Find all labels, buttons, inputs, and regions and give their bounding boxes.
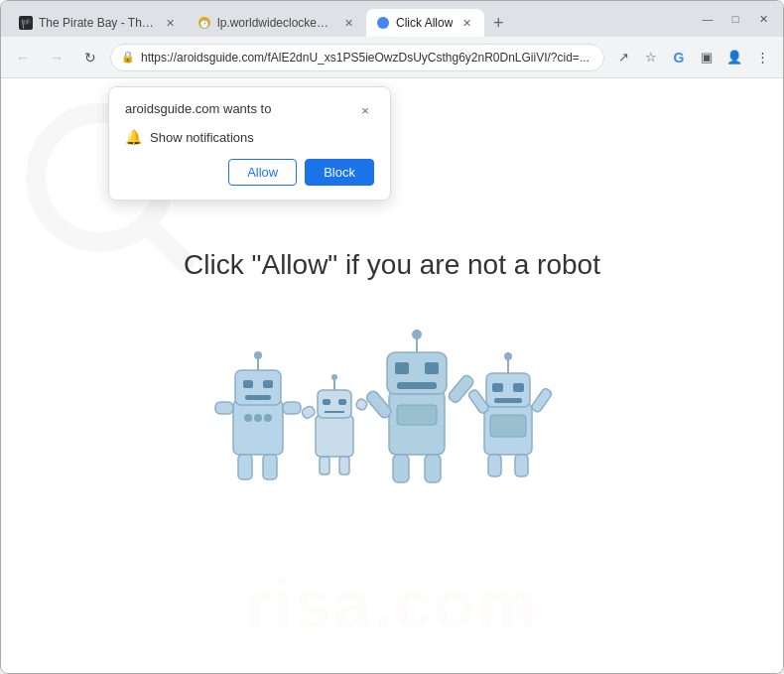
- svg-rect-12: [263, 380, 273, 388]
- tab-favicon-lp: 🕐: [197, 16, 211, 30]
- tab-close-piratebay[interactable]: ✕: [162, 15, 178, 31]
- notification-text: Show notifications: [150, 130, 254, 145]
- maximize-icon: □: [732, 13, 739, 25]
- svg-rect-26: [338, 399, 346, 405]
- back-button[interactable]: ←: [9, 44, 37, 71]
- svg-rect-21: [316, 415, 353, 457]
- svg-rect-31: [355, 397, 369, 411]
- lock-icon: 🔒: [121, 51, 135, 64]
- tab-click-allow[interactable]: Click Allow ✕: [366, 9, 484, 37]
- tabs-area: 🏴 The Pirate Bay - The gal... ✕ 🕐 lp.wor…: [9, 1, 688, 37]
- back-icon: ←: [16, 50, 30, 66]
- svg-rect-30: [301, 404, 316, 419]
- svg-rect-50: [494, 398, 522, 403]
- content-area: risa.com Click "Allow" if you are not a …: [1, 78, 783, 673]
- address-actions: ↗ ☆ G ▣ 👤 ⋮: [610, 45, 775, 70]
- tab-lp[interactable]: 🕐 lp.worldwideclockextens... ✕: [188, 9, 366, 37]
- new-tab-button[interactable]: +: [484, 9, 512, 37]
- svg-rect-37: [425, 362, 439, 374]
- svg-text:🕐: 🕐: [199, 19, 209, 29]
- svg-point-4: [377, 17, 389, 29]
- close-icon: ✕: [759, 13, 768, 26]
- svg-text:🏴: 🏴: [21, 18, 33, 30]
- svg-rect-49: [513, 383, 524, 392]
- menu-button[interactable]: ⋮: [749, 45, 775, 70]
- svg-rect-19: [215, 402, 233, 414]
- allow-button[interactable]: Allow: [228, 159, 297, 186]
- forward-icon: →: [50, 50, 64, 66]
- close-button[interactable]: ✕: [751, 7, 775, 31]
- profile-icon: 👤: [726, 50, 742, 65]
- svg-point-14: [244, 414, 252, 422]
- profile-button[interactable]: 👤: [721, 45, 747, 70]
- svg-rect-48: [492, 383, 503, 392]
- main-text: Click "Allow" if you are not a robot: [184, 249, 600, 281]
- svg-rect-18: [263, 455, 277, 479]
- menu-icon: ⋮: [756, 50, 769, 65]
- svg-rect-20: [283, 402, 301, 414]
- tab-favicon-piratebay: 🏴: [19, 16, 33, 30]
- reload-button[interactable]: ↻: [76, 44, 104, 71]
- svg-rect-39: [397, 405, 437, 425]
- svg-rect-29: [339, 457, 349, 474]
- svg-point-16: [264, 414, 272, 422]
- svg-rect-55: [531, 387, 554, 413]
- svg-rect-52: [488, 455, 501, 476]
- svg-point-35: [412, 330, 422, 339]
- popup-close-button[interactable]: ×: [356, 101, 374, 119]
- new-tab-icon: +: [493, 13, 504, 34]
- svg-rect-38: [397, 382, 437, 389]
- tab-close-active[interactable]: ✕: [458, 15, 474, 31]
- bookmark-button[interactable]: ☆: [638, 45, 664, 70]
- popup-buttons: Allow Block: [125, 159, 374, 186]
- svg-rect-25: [323, 399, 330, 405]
- tab-piratebay[interactable]: 🏴 The Pirate Bay - The gal... ✕: [9, 9, 188, 37]
- share-icon: ↗: [618, 50, 629, 65]
- notification-row: 🔔 Show notifications: [125, 129, 374, 145]
- g-icon: G: [674, 50, 685, 66]
- minimize-button[interactable]: —: [696, 7, 719, 31]
- block-button[interactable]: Block: [305, 159, 374, 186]
- share-icon-button[interactable]: ↗: [610, 45, 636, 70]
- svg-rect-11: [243, 380, 253, 388]
- svg-point-47: [504, 352, 512, 360]
- address-input-wrap[interactable]: 🔒 https://aroidsguide.com/fAlE2dnU_xs1PS…: [110, 44, 604, 71]
- svg-rect-36: [395, 362, 409, 374]
- tab-label-active: Click Allow: [396, 16, 453, 30]
- star-icon: ☆: [645, 50, 657, 65]
- popup-header: aroidsguide.com wants to ×: [125, 101, 374, 119]
- popup-title: aroidsguide.com wants to: [125, 101, 271, 116]
- svg-rect-28: [320, 457, 329, 474]
- svg-point-24: [331, 374, 337, 380]
- sidebar-button[interactable]: ▣: [694, 45, 719, 70]
- svg-point-15: [254, 414, 262, 422]
- robots-illustration: [194, 301, 590, 503]
- svg-rect-13: [245, 395, 271, 400]
- svg-rect-7: [233, 400, 283, 455]
- sidebar-icon: ▣: [701, 50, 713, 65]
- reload-icon: ↻: [84, 50, 96, 66]
- address-bar: ← → ↻ 🔒 https://aroidsguide.com/fAlE2dnU…: [1, 37, 783, 78]
- svg-rect-41: [425, 455, 441, 482]
- browser-window: 🏴 The Pirate Bay - The gal... ✕ 🕐 lp.wor…: [0, 0, 784, 674]
- svg-rect-17: [238, 455, 252, 479]
- svg-rect-40: [393, 455, 409, 482]
- url-text: https://aroidsguide.com/fAlE2dnU_xs1PS5i…: [141, 51, 593, 65]
- tab-label-piratebay: The Pirate Bay - The gal...: [39, 16, 156, 30]
- maximize-button[interactable]: □: [723, 7, 747, 31]
- forward-button[interactable]: →: [43, 44, 70, 71]
- svg-rect-51: [490, 415, 526, 437]
- bell-icon: 🔔: [125, 129, 142, 145]
- title-bar: 🏴 The Pirate Bay - The gal... ✕ 🕐 lp.wor…: [1, 1, 783, 37]
- svg-rect-22: [318, 390, 351, 418]
- google-icon-button[interactable]: G: [666, 45, 692, 70]
- tab-label-lp: lp.worldwideclockextens...: [217, 16, 334, 30]
- tab-close-lp[interactable]: ✕: [340, 15, 356, 31]
- notification-popup: aroidsguide.com wants to × 🔔 Show notifi…: [108, 86, 391, 201]
- tab-favicon-active: [376, 16, 390, 30]
- window-controls: — □ ✕: [696, 7, 775, 31]
- svg-rect-53: [515, 455, 528, 476]
- svg-point-10: [254, 351, 262, 359]
- minimize-icon: —: [703, 13, 714, 25]
